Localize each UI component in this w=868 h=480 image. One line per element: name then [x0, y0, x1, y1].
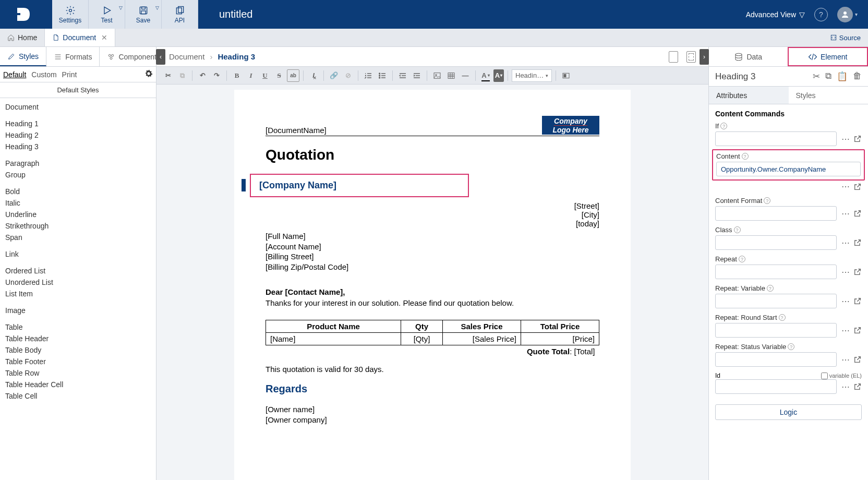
- repeat-status-input[interactable]: [715, 352, 837, 367]
- table-button[interactable]: [445, 69, 457, 82]
- cut-icon[interactable]: ✂: [813, 71, 820, 82]
- more-icon[interactable]: ⋯: [840, 134, 850, 144]
- save-button[interactable]: Save ▽: [125, 0, 162, 29]
- copy-icon[interactable]: ⧉: [825, 71, 831, 82]
- if-input[interactable]: [715, 131, 837, 146]
- popout-icon[interactable]: [853, 183, 862, 191]
- popout-icon[interactable]: [853, 209, 862, 218]
- tab-document[interactable]: Document ✕: [45, 29, 115, 46]
- style-item[interactable]: Heading 2: [5, 129, 151, 141]
- api-button[interactable]: API: [162, 0, 198, 29]
- popout-icon[interactable]: [853, 268, 862, 276]
- style-item[interactable]: Table: [5, 321, 151, 333]
- outdent-button[interactable]: [396, 69, 409, 82]
- gear-icon[interactable]: [144, 69, 153, 79]
- indent-button[interactable]: [411, 69, 423, 82]
- span-button[interactable]: ab: [287, 69, 299, 82]
- popout-icon[interactable]: [853, 297, 862, 305]
- style-item[interactable]: Table Header: [5, 333, 151, 344]
- underline-button[interactable]: U: [259, 69, 271, 82]
- collapse-left-button[interactable]: ‹: [156, 49, 165, 65]
- page-view-icon[interactable]: [669, 51, 678, 63]
- unlink-button[interactable]: ⊘: [342, 69, 354, 82]
- help-icon[interactable]: ?: [742, 153, 749, 160]
- style-item[interactable]: Strikethrough: [5, 220, 151, 232]
- fullscreen-button[interactable]: [560, 69, 572, 82]
- breadcrumb-document[interactable]: Document: [169, 52, 204, 61]
- repeat-round-input[interactable]: [715, 323, 837, 338]
- more-icon[interactable]: ⋯: [840, 326, 850, 335]
- content-format-input[interactable]: [715, 206, 837, 221]
- style-item[interactable]: Underline: [5, 209, 151, 220]
- variable-el-checkbox[interactable]: variable (EL): [821, 373, 862, 379]
- left-tab-formats[interactable]: Formats: [46, 47, 100, 66]
- subtab-print[interactable]: Print: [62, 70, 77, 79]
- style-item[interactable]: Link: [5, 248, 151, 260]
- more-icon[interactable]: ⋯: [840, 209, 850, 219]
- repeat-var-input[interactable]: [715, 294, 837, 308]
- style-item[interactable]: Table Body: [5, 344, 151, 356]
- help-button[interactable]: ?: [814, 8, 828, 21]
- style-item[interactable]: Heading 3: [5, 141, 151, 152]
- repeat-input[interactable]: [715, 265, 837, 279]
- italic-button[interactable]: I: [245, 69, 257, 82]
- class-input[interactable]: [715, 235, 837, 250]
- popout-icon[interactable]: [853, 355, 862, 364]
- advanced-view-toggle[interactable]: Advanced View ▽: [746, 10, 805, 19]
- left-tab-styles[interactable]: Styles: [0, 47, 46, 66]
- subtab-default[interactable]: Default: [3, 70, 26, 79]
- right-tab-data[interactable]: Data: [709, 47, 788, 66]
- image-button[interactable]: [431, 69, 443, 82]
- page-view-icon-2[interactable]: [686, 51, 696, 63]
- bg-color-button[interactable]: A▾: [493, 69, 504, 82]
- style-item[interactable]: Heading 1: [5, 118, 151, 129]
- subtab-styles[interactable]: Styles: [789, 87, 869, 104]
- text-color-button[interactable]: A▾: [479, 69, 492, 82]
- hr-button[interactable]: ―: [459, 69, 472, 82]
- undo-button[interactable]: ↶: [196, 69, 209, 82]
- help-icon[interactable]: ?: [739, 256, 745, 262]
- popout-icon[interactable]: [853, 238, 862, 247]
- document-canvas[interactable]: [DocumentName] Company Logo Here Quotati…: [156, 85, 708, 480]
- help-icon[interactable]: ?: [788, 343, 794, 350]
- more-icon[interactable]: ⋯: [840, 238, 850, 248]
- collapse-right-button[interactable]: ›: [700, 49, 709, 65]
- popout-icon[interactable]: [853, 326, 862, 334]
- style-item[interactable]: Ordered List: [5, 265, 151, 277]
- strike-button[interactable]: S: [273, 69, 285, 82]
- style-item[interactable]: Table Row: [5, 367, 151, 379]
- help-icon[interactable]: ?: [734, 226, 741, 233]
- style-item[interactable]: Document: [5, 101, 151, 113]
- logic-button[interactable]: Logic: [715, 404, 862, 420]
- delete-icon[interactable]: 🗑: [853, 71, 862, 82]
- style-item[interactable]: Table Cell: [5, 390, 151, 402]
- subtab-attributes[interactable]: Attributes: [709, 87, 789, 104]
- user-avatar-button[interactable]: [837, 7, 853, 22]
- help-icon[interactable]: ?: [720, 123, 727, 129]
- redo-button[interactable]: ↷: [210, 69, 223, 82]
- ul-button[interactable]: [376, 69, 389, 82]
- bold-button[interactable]: B: [231, 69, 243, 82]
- paste-icon[interactable]: 📋: [837, 71, 848, 82]
- more-icon[interactable]: ⋯: [840, 182, 850, 191]
- tab-home[interactable]: Home: [0, 29, 45, 46]
- id-input[interactable]: [715, 379, 837, 394]
- popout-icon[interactable]: [853, 135, 862, 143]
- style-item[interactable]: Group: [5, 169, 151, 181]
- right-tab-element[interactable]: Element: [788, 47, 869, 66]
- style-item[interactable]: Table Header Cell: [5, 379, 151, 390]
- style-item[interactable]: Bold: [5, 186, 151, 197]
- style-item[interactable]: Italic: [5, 197, 151, 209]
- more-icon[interactable]: ⋯: [840, 296, 850, 306]
- selected-heading3[interactable]: [Company Name]: [250, 174, 469, 197]
- settings-button[interactable]: Settings: [52, 0, 89, 29]
- subtab-custom[interactable]: Custom: [31, 70, 56, 79]
- style-item[interactable]: Span: [5, 232, 151, 243]
- popout-icon[interactable]: [853, 382, 862, 391]
- close-icon[interactable]: ✕: [101, 33, 107, 42]
- help-icon[interactable]: ?: [764, 197, 770, 204]
- more-icon[interactable]: ⋯: [840, 355, 850, 365]
- more-icon[interactable]: ⋯: [840, 382, 850, 392]
- copy-button[interactable]: ⧉: [176, 69, 188, 82]
- cut-button[interactable]: ✂: [162, 69, 174, 82]
